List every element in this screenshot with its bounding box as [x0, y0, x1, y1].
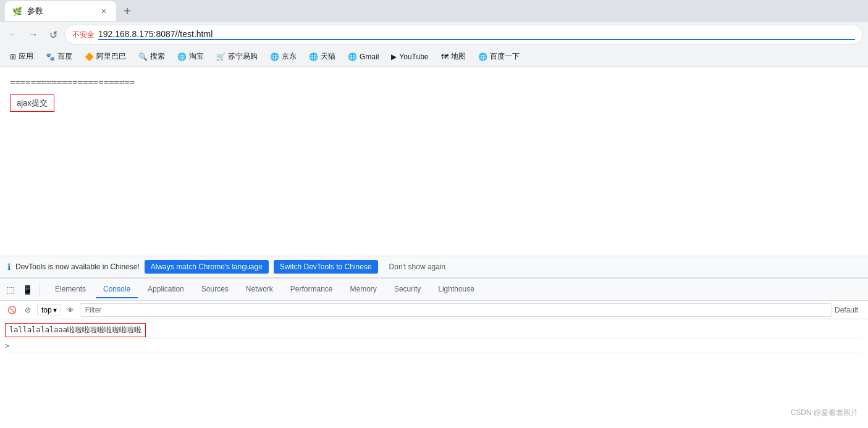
inspect-element-icon[interactable]: ⬚ [2, 282, 17, 297]
switch-to-chinese-button[interactable]: Switch DevTools to Chinese [274, 260, 378, 274]
address-bar: ← → ↺ 不安全 [0, 22, 868, 47]
back-button[interactable]: ← [5, 26, 22, 43]
url-input[interactable] [98, 29, 855, 40]
bookmark-search[interactable]: 🔍 搜索 [133, 50, 170, 63]
tab-elements[interactable]: Elements [48, 281, 93, 298]
tab-title: 参数 [27, 6, 99, 17]
bookmark-label: YouTube [399, 52, 428, 61]
baidu-icon: 🐾 [46, 52, 55, 61]
bookmark-baiduyixia[interactable]: 🌐 百度一下 [473, 50, 525, 63]
devtools-notification: ℹ DevTools is now available in Chinese! … [0, 256, 868, 278]
dont-show-again-button[interactable]: Don't show again [383, 260, 452, 274]
suning-icon: 🛒 [216, 52, 225, 61]
console-output: lallalalalaaa啦啦啦啦啦啦啦啦啦啦 > [0, 319, 868, 356]
notification-text: DevTools is now available in Chinese! [15, 262, 140, 271]
device-toolbar-icon[interactable]: 📱 [20, 282, 35, 297]
reload-button[interactable]: ↺ [44, 26, 62, 43]
baiduyixia-icon: 🌐 [478, 52, 487, 61]
page-content: ======================== ajax提交 [0, 67, 868, 256]
show-console-icon[interactable]: 👁 [64, 303, 77, 317]
page-separator: ======================== [10, 77, 858, 87]
tab-favicon: 🌿 [12, 6, 22, 16]
devtools-tabs: ⬚ 📱 Elements Console Application Sources… [0, 279, 868, 301]
bookmark-apps[interactable]: ⊞ 应用 [5, 50, 38, 63]
forward-button[interactable]: → [25, 26, 42, 43]
tab-close-button[interactable]: × [99, 6, 109, 16]
devtools-panel: ⬚ 📱 Elements Console Application Sources… [0, 278, 868, 356]
console-toolbar: 🚫 ⊘ top ▾ 👁 Default [0, 301, 868, 319]
log-level-label: top [41, 306, 52, 314]
url-bar[interactable]: 不安全 [64, 25, 863, 44]
bookmark-youtube[interactable]: ▶ YouTube [386, 51, 433, 62]
bookmark-label: 地图 [451, 51, 466, 62]
devtools-toolbar-icons: ⬚ 📱 [2, 282, 40, 297]
tab-lighthouse[interactable]: Lighthouse [431, 281, 482, 298]
bookmark-label: 淘宝 [189, 51, 204, 62]
console-value: lallalalalaaa啦啦啦啦啦啦啦啦啦啦 [5, 323, 146, 337]
console-line: lallalalalaaa啦啦啦啦啦啦啦啦啦啦 [5, 322, 863, 339]
default-label: Default [835, 306, 863, 314]
tab-network[interactable]: Network [238, 281, 280, 298]
browser-tab[interactable]: 🌿 参数 × [5, 1, 116, 21]
tab-memory[interactable]: Memory [343, 281, 384, 298]
tab-security[interactable]: Security [387, 281, 428, 298]
filter-icon[interactable]: ⊘ [21, 303, 35, 317]
map-icon: 🗺 [441, 52, 449, 61]
always-match-language-button[interactable]: Always match Chrome's language [145, 260, 269, 274]
bookmark-suning[interactable]: 🛒 苏宁易购 [211, 50, 263, 63]
bookmarks-bar: ⊞ 应用 🐾 百度 🔶 阿里巴巴 🔍 搜索 🌐 淘宝 🛒 苏宁易购 🌐 京东 � [0, 47, 868, 67]
bookmark-map[interactable]: 🗺 地图 [436, 50, 471, 63]
bookmark-label: 天猫 [321, 51, 335, 62]
tab-console[interactable]: Console [96, 281, 138, 298]
tab-bar: 🌿 参数 × + [0, 0, 868, 22]
security-icon: 不安全 [72, 30, 95, 40]
new-tab-button[interactable]: + [119, 2, 136, 20]
log-level-arrow: ▾ [53, 306, 57, 314]
bookmark-label: 搜索 [150, 51, 165, 62]
log-level-select[interactable]: top ▾ [37, 304, 61, 316]
bookmark-gmail[interactable]: 🌐 Gmail [343, 51, 384, 62]
bookmark-tianmao[interactable]: 🌐 天猫 [304, 50, 340, 63]
bookmark-label: 苏宁易购 [228, 51, 258, 62]
taobao-icon: 🌐 [177, 52, 187, 61]
jd-icon: 🌐 [270, 52, 279, 61]
youtube-icon: ▶ [391, 52, 397, 61]
info-icon: ℹ [7, 262, 11, 272]
search-bk-icon: 🔍 [138, 52, 148, 61]
bookmark-label: 京东 [282, 51, 297, 62]
bookmark-label: 应用 [19, 51, 33, 62]
bookmark-jd[interactable]: 🌐 京东 [265, 50, 301, 63]
bookmark-alibaba[interactable]: 🔶 阿里巴巴 [80, 50, 131, 63]
console-prompt-line: > [5, 339, 863, 353]
bookmark-label: Gmail [360, 52, 379, 61]
tab-sources[interactable]: Sources [194, 281, 236, 298]
bookmark-label: 百度一下 [490, 51, 520, 62]
tab-performance[interactable]: Performance [283, 281, 340, 298]
alibaba-icon: 🔶 [85, 52, 94, 61]
bookmark-label: 百度 [57, 51, 72, 62]
filter-input[interactable] [80, 303, 832, 317]
clear-console-icon[interactable]: 🚫 [5, 303, 19, 317]
tab-application[interactable]: Application [140, 281, 192, 298]
bookmark-taobao[interactable]: 🌐 淘宝 [172, 50, 209, 63]
tianmao-icon: 🌐 [309, 52, 318, 61]
bookmark-baidu[interactable]: 🐾 百度 [41, 50, 77, 63]
browser-chrome: 🌿 参数 × + ← → ↺ 不安全 ⊞ 应用 🐾 百度 🔶 阿里巴巴 🔍 [0, 0, 868, 67]
bookmark-label: 阿里巴巴 [96, 51, 126, 62]
ajax-submit-button[interactable]: ajax提交 [10, 94, 54, 112]
gmail-icon: 🌐 [348, 52, 357, 61]
console-prompt[interactable]: > [5, 340, 9, 351]
apps-icon: ⊞ [10, 52, 16, 61]
